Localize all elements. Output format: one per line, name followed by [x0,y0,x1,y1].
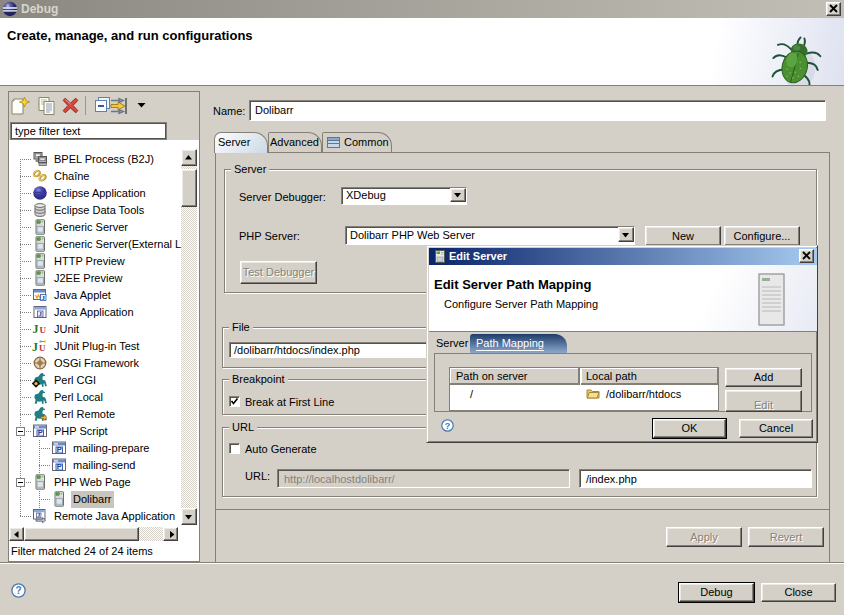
svg-text:?: ? [445,421,451,431]
svg-text:?: ? [15,585,21,596]
